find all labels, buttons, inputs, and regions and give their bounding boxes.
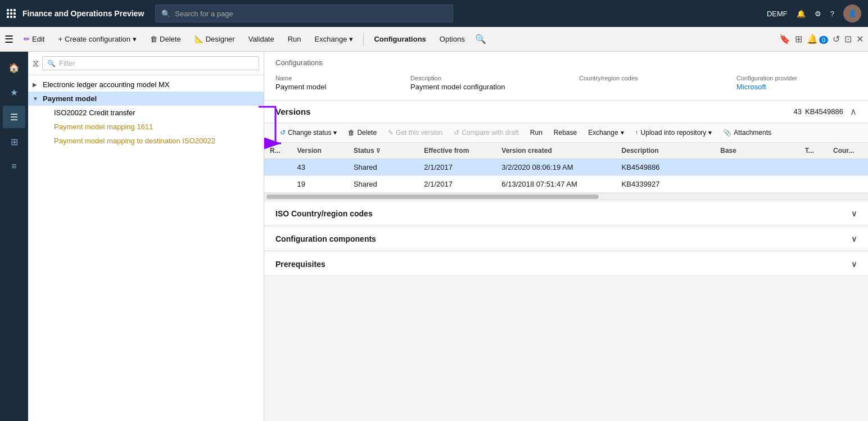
attachments-button[interactable]: 📎 Attachments bbox=[718, 126, 776, 139]
options-label: Options bbox=[440, 35, 465, 43]
exchange-button[interactable]: Exchange ▾ bbox=[309, 31, 359, 47]
options-tab[interactable]: Options bbox=[434, 31, 471, 47]
versions-section: Versions 43 KB4549886 ∧ ↺ Change status … bbox=[264, 101, 868, 200]
app-title: Finance and Operations Preview bbox=[22, 9, 144, 18]
refresh-small-icon: ↺ bbox=[280, 129, 286, 137]
version-number: 43 bbox=[794, 107, 802, 116]
col-tags: T... bbox=[799, 143, 828, 159]
provider-value[interactable]: Microsoft bbox=[736, 83, 857, 91]
versions-delete-icon: 🗑 bbox=[348, 129, 355, 137]
tree-item-mapping-dest[interactable]: Payment model mapping to destination ISO… bbox=[39, 134, 264, 148]
attachment-icon: 📎 bbox=[723, 129, 731, 137]
versions-exchange-button[interactable]: Exchange ▾ bbox=[584, 126, 628, 139]
restore-icon[interactable]: ⊡ bbox=[844, 34, 852, 44]
row2-base bbox=[715, 176, 799, 193]
run-label: Run bbox=[288, 35, 301, 43]
edit-button[interactable]: ✏ Edit bbox=[18, 31, 50, 47]
get-this-version-button[interactable]: ✎ Get this version bbox=[383, 126, 447, 139]
designer-icon: 📐 bbox=[195, 35, 204, 43]
create-configuration-label: Create configuration bbox=[65, 35, 130, 43]
description-field: Description Payment model configuration bbox=[410, 73, 579, 93]
breadcrumb: Configurations bbox=[275, 58, 857, 67]
run-button[interactable]: Run bbox=[282, 31, 307, 47]
compare-label: Compare with draft bbox=[462, 129, 518, 137]
close-icon[interactable]: ✕ bbox=[856, 34, 864, 44]
change-status-button[interactable]: ↺ Change status ▾ bbox=[275, 126, 341, 139]
plus-icon: + bbox=[58, 35, 62, 43]
config-components-header[interactable]: Configuration components ∨ bbox=[264, 228, 868, 250]
notification-bell-icon[interactable]: 🔔 bbox=[797, 10, 806, 18]
tree-item-electronic-ledger[interactable]: ▶ Electronic ledger accounting model MX bbox=[28, 78, 264, 92]
notifications-badge-icon[interactable]: 🔔0 bbox=[807, 34, 828, 44]
validate-button[interactable]: Validate bbox=[243, 31, 280, 47]
versions-delete-button[interactable]: 🗑 Delete bbox=[343, 126, 381, 139]
row1-base bbox=[715, 159, 799, 176]
tree-item-mapping-1611[interactable]: Payment model mapping 1611 bbox=[39, 120, 264, 134]
row1-description: KB4549886 bbox=[616, 159, 715, 176]
settings-icon[interactable]: ⚙ bbox=[815, 10, 821, 18]
help-icon[interactable]: ? bbox=[830, 10, 834, 18]
prerequisites-section: Prerequisites ∨ bbox=[264, 253, 868, 276]
description-label: Description bbox=[410, 75, 579, 82]
mapping-dest-label: Payment model mapping to destination ISO… bbox=[54, 137, 259, 145]
country-field: Country/region codes bbox=[579, 73, 736, 93]
search-placeholder: Search for a page bbox=[175, 10, 233, 18]
row2-version: 19 bbox=[292, 176, 348, 193]
sidebar-grid-icon[interactable]: ⊞ bbox=[3, 130, 25, 153]
configurations-label: Configurations bbox=[374, 35, 426, 43]
prerequisites-header[interactable]: Prerequisites ∨ bbox=[264, 253, 868, 275]
prerequisites-chevron: ∨ bbox=[851, 260, 857, 269]
user-avatar[interactable]: 👤 bbox=[843, 4, 861, 22]
sidebar-list-icon[interactable]: ≡ bbox=[3, 155, 25, 178]
change-status-chevron: ▾ bbox=[333, 129, 337, 137]
rebase-button[interactable]: Rebase bbox=[549, 126, 581, 139]
versions-table: R... Version Status ⊽ Effective from Ver… bbox=[264, 143, 868, 193]
create-configuration-button[interactable]: + Create configuration ▾ bbox=[52, 31, 142, 47]
sidebar-star-icon[interactable]: ★ bbox=[3, 81, 25, 103]
iso-country-header[interactable]: ISO Country/region codes ∨ bbox=[264, 202, 868, 225]
sidebar-lines-icon[interactable]: ☰ bbox=[3, 106, 25, 128]
tree-item-iso20022[interactable]: ISO20022 Credit transfer bbox=[39, 106, 264, 120]
hamburger-icon[interactable]: ☰ bbox=[4, 33, 13, 46]
row2-description: KB4339927 bbox=[616, 176, 715, 193]
filter-icon-status[interactable]: ⊽ bbox=[376, 148, 380, 154]
filter-input[interactable]: 🔍 Filter bbox=[42, 56, 259, 70]
tree-arrow-expanded: ▼ bbox=[33, 96, 40, 102]
table-row[interactable]: 19 Shared 2/1/2017 6/13/2018 07:51:47 AM… bbox=[264, 176, 868, 193]
versions-title: Versions bbox=[275, 107, 794, 116]
bookmark-icon[interactable]: 🔖 bbox=[779, 34, 790, 44]
designer-button[interactable]: 📐 Designer bbox=[189, 31, 241, 47]
name-value: Payment model bbox=[275, 83, 410, 91]
mapping-1611-label: Payment model mapping 1611 bbox=[54, 123, 259, 131]
sidebar-home-icon[interactable]: 🏠 bbox=[3, 56, 25, 79]
attachments-label: Attachments bbox=[734, 129, 771, 137]
row2-country bbox=[828, 176, 868, 193]
versions-collapse-button[interactable]: ∧ bbox=[850, 106, 857, 117]
table-scrollbar[interactable] bbox=[264, 193, 868, 200]
delete-button[interactable]: 🗑 Delete bbox=[144, 31, 187, 47]
compare-with-draft-button[interactable]: ↺ Compare with draft bbox=[449, 126, 523, 139]
search-bar[interactable]: 🔍 Search for a page bbox=[155, 4, 453, 22]
search-toolbar-icon[interactable]: 🔍 bbox=[475, 34, 486, 44]
get-this-version-label: Get this version bbox=[396, 129, 442, 137]
top-nav-right: DEMF 🔔 ⚙ ? 👤 bbox=[767, 4, 861, 22]
config-fields: Name Payment model Description Payment m… bbox=[275, 73, 857, 93]
description-value: Payment model configuration bbox=[410, 83, 579, 91]
config-components-chevron: ∨ bbox=[851, 234, 857, 243]
refresh-icon[interactable]: ↺ bbox=[833, 34, 840, 44]
filter-icon[interactable]: ⧖ bbox=[33, 58, 39, 69]
expand-icon[interactable]: ⊞ bbox=[795, 34, 802, 44]
app-grid-icon[interactable] bbox=[7, 9, 16, 18]
iso-country-section: ISO Country/region codes ∨ bbox=[264, 202, 868, 225]
exchange-label: Exchange bbox=[315, 35, 347, 43]
top-nav: Finance and Operations Preview 🔍 Search … bbox=[0, 0, 868, 27]
row1-created: 3/2/2020 08:06:19 AM bbox=[496, 159, 616, 176]
filter-placeholder: Filter bbox=[59, 59, 75, 67]
upload-repository-button[interactable]: ↑ Upload into repository ▾ bbox=[631, 126, 717, 139]
configurations-tab[interactable]: Configurations bbox=[368, 31, 431, 47]
table-row[interactable]: 43 Shared 2/1/2017 3/2/2020 08:06:19 AM … bbox=[264, 159, 868, 176]
col-effective-from: Effective from bbox=[418, 143, 496, 159]
tree-item-payment-model[interactable]: ▼ Payment model bbox=[28, 92, 264, 106]
versions-run-button[interactable]: Run bbox=[526, 126, 547, 139]
prerequisites-label: Prerequisites bbox=[275, 260, 326, 269]
